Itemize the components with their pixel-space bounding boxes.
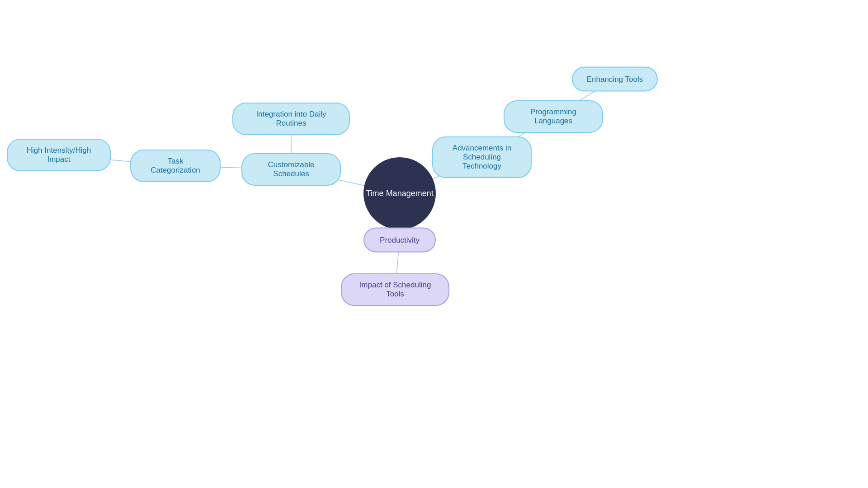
node-high-intensity[interactable]: High Intensity/High Impact [7,139,111,171]
node-productivity[interactable]: Productivity [363,228,436,253]
node-enhancing-tools[interactable]: Enhancing Tools [572,67,658,92]
node-programming-languages[interactable]: Programming Languages [504,100,603,133]
node-advancements[interactable]: Advancements in Scheduling Technology [432,136,532,178]
node-task-categorization[interactable]: Task Categorization [130,150,221,182]
node-integration-daily[interactable]: Integration into Daily Routines [232,103,350,135]
node-customizable-schedules[interactable]: Customizable Schedules [241,153,341,186]
node-impact-scheduling[interactable]: Impact of Scheduling Tools [341,273,449,306]
node-center[interactable]: Time Management [363,157,436,230]
